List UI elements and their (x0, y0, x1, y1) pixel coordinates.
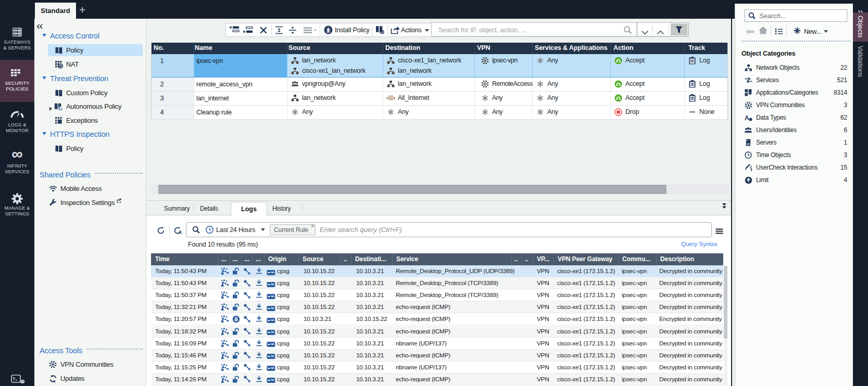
svg-text:A: A (745, 114, 749, 121)
